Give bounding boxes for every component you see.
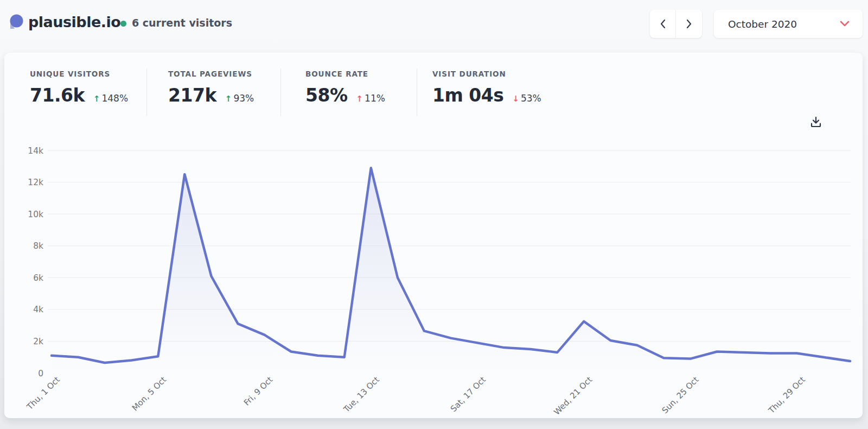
x-axis-tick-label: Tue, 13 Oct	[341, 375, 381, 415]
y-axis-tick-label: 10k	[28, 210, 43, 219]
y-axis-tick-label: 12k	[28, 178, 43, 187]
y-axis-tick-label: 4k	[33, 305, 43, 314]
x-axis-tick-label: Sun, 25 Oct	[660, 375, 701, 415]
visitors-line-chart[interactable]: 02k4k6k8k10k12k14kThu, 1 OctMon, 5 OctFr…	[0, 0, 868, 429]
x-axis-tick-label: Fri, 9 Oct	[242, 375, 275, 408]
x-axis-tick-label: Sat, 17 Oct	[449, 375, 488, 414]
y-axis-tick-label: 8k	[33, 241, 43, 251]
x-axis-tick-label: Wed, 21 Oct	[552, 375, 594, 417]
x-axis-tick-label: Mon, 5 Oct	[130, 375, 168, 413]
y-axis-tick-label: 0	[38, 369, 43, 378]
y-axis-tick-label: 2k	[33, 337, 43, 346]
plausible-dashboard: { "header": { "site_name": "plausible.io…	[0, 0, 868, 429]
x-axis-tick-label: Thu, 29 Oct	[766, 375, 807, 415]
y-axis-tick-label: 14k	[28, 146, 43, 156]
y-axis-tick-label: 6k	[33, 273, 43, 283]
x-axis-tick-label: Thu, 1 Oct	[24, 375, 62, 412]
